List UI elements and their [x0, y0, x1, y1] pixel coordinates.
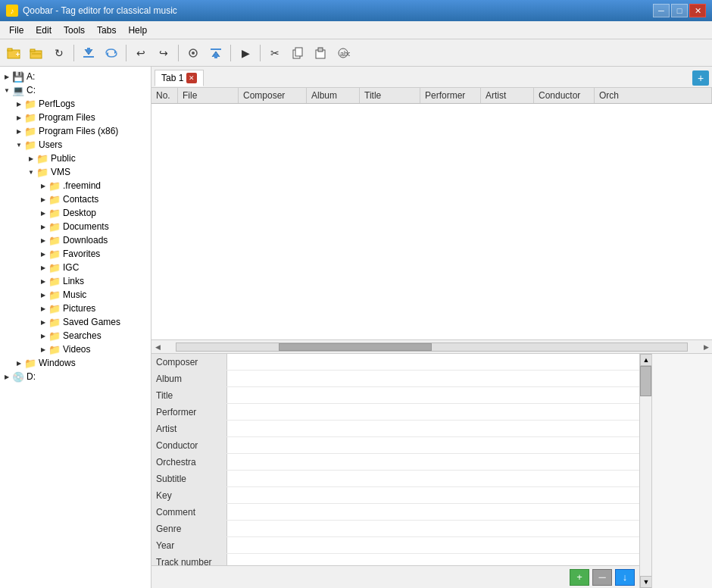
tag-add-button[interactable]: + [570, 569, 589, 586]
tree-label-users: Users [39, 139, 62, 150]
tree-item-searches[interactable]: 📁 Searches [0, 329, 151, 342]
tree-item-saved-games[interactable]: 📁 Saved Games [0, 315, 151, 329]
expand-icon-music [38, 289, 48, 300]
h-scroll-track[interactable] [176, 342, 688, 352]
close-button[interactable]: ✕ [689, 4, 706, 17]
minimize-button[interactable]: ─ [653, 4, 670, 17]
tree-item-desktop[interactable]: 📁 Desktop [0, 206, 151, 220]
tree-item-windows[interactable]: 📁 Windows [0, 356, 151, 370]
undo-button[interactable]: ↩ [130, 43, 151, 63]
tree-item-music[interactable]: 📁 Music [0, 288, 151, 302]
tree-label-igc: IGC [63, 262, 79, 273]
tag-value-orchestra[interactable] [227, 454, 639, 470]
sync-button[interactable] [101, 43, 122, 63]
menu-help[interactable]: Help [122, 23, 153, 37]
tab-1[interactable]: Tab 1 ✕ [155, 70, 204, 86]
expand-icon-saved-games [38, 317, 48, 327]
app-icon: ♪ [6, 5, 18, 17]
tree-item-public[interactable]: 📁 Public [0, 152, 151, 165]
tab-1-close[interactable]: ✕ [186, 73, 197, 83]
copy-button[interactable] [287, 43, 308, 63]
tree-item-drive-d[interactable]: 💿 D: [0, 370, 151, 383]
tag-value-title[interactable] [227, 387, 639, 403]
tree-label-favorites: Favorites [63, 249, 100, 259]
tree-item-users[interactable]: 📁 Users [0, 138, 151, 152]
tree-item-contacts[interactable]: 📁 Contacts [0, 192, 151, 206]
tag-bottom-toolbar: + ─ ↓ [151, 565, 639, 588]
tag-value-comment[interactable] [227, 504, 639, 520]
tag-scroll-thumb [640, 366, 651, 396]
paste-button[interactable] [310, 43, 331, 63]
tree-item-downloads[interactable]: 📁 Downloads [0, 233, 151, 247]
cut-button[interactable]: ✂ [264, 43, 286, 63]
tag-value-album[interactable] [227, 371, 639, 386]
maximize-button[interactable]: □ [671, 4, 688, 17]
tag-scroll-track[interactable] [640, 366, 651, 576]
tree-item-program-files-x86[interactable]: 📁 Program Files (x86) [0, 124, 151, 138]
tag-scroll-down[interactable]: ▼ [640, 576, 652, 588]
main-layout: 💾 A: 💻 C: 📁 PerfLogs 📁 Program Files 📁 P… [0, 67, 712, 588]
tree-item-favorites[interactable]: 📁 Favorites [0, 247, 151, 261]
file-table-body[interactable] [151, 104, 712, 339]
svg-rect-3 [17, 52, 18, 56]
tag-value-conductor[interactable] [227, 437, 639, 453]
tag-value-subtitle[interactable] [227, 471, 639, 486]
play-button[interactable]: ▶ [235, 43, 256, 63]
download-button[interactable] [78, 43, 99, 63]
tree-item-igc[interactable]: 📁 IGC [0, 261, 151, 274]
col-orch: Orch [595, 88, 712, 103]
refresh-button[interactable]: ↻ [48, 43, 70, 63]
tree-item-links[interactable]: 📁 Links [0, 274, 151, 288]
svg-rect-6 [87, 48, 90, 53]
tag-value-genre[interactable] [227, 521, 639, 536]
expand-icon-d [2, 371, 12, 382]
export-button[interactable]: abc [333, 43, 354, 63]
open-button[interactable] [26, 43, 47, 63]
tree-label-searches: Searches [63, 330, 101, 341]
folder-icon-freemind: 📁 [48, 180, 61, 191]
settings-button[interactable] [183, 43, 204, 63]
tag-label-artist: Artist [151, 421, 227, 436]
tree-item-program-files[interactable]: 📁 Program Files [0, 111, 151, 124]
tag-editor: Composer Album Title Performer [151, 354, 639, 588]
expand-icon-pf86 [14, 126, 24, 136]
new-folder-button[interactable] [3, 43, 24, 63]
folder-icon-public: 📁 [36, 153, 48, 164]
tree-label-pf: Program Files [39, 112, 95, 123]
tree-item-drive-a[interactable]: 💾 A: [0, 70, 151, 83]
redo-button[interactable]: ↪ [153, 43, 174, 63]
menu-tabs[interactable]: Tabs [91, 23, 122, 37]
tag-value-artist[interactable] [227, 421, 639, 436]
tree-item-freemind[interactable]: 📁 .freemind [0, 179, 151, 192]
tree-item-videos[interactable]: 📁 Videos [0, 342, 151, 356]
tree-item-pictures[interactable]: 📁 Pictures [0, 302, 151, 315]
tree-item-vms[interactable]: 📁 VMS [0, 165, 151, 179]
expand-icon-pf [14, 112, 24, 123]
tag-value-performer[interactable] [227, 404, 639, 420]
folder-icon-downloads: 📁 [48, 235, 61, 246]
tree-label-downloads: Downloads [63, 235, 108, 246]
folder-icon-users: 📁 [24, 139, 36, 150]
add-tab-button[interactable]: + [692, 70, 709, 86]
folder-icon-windows: 📁 [24, 358, 36, 368]
tree-item-perflogs[interactable]: 📁 PerfLogs [0, 97, 151, 111]
menu-tools[interactable]: Tools [58, 23, 91, 37]
tag-value-track-number[interactable] [227, 554, 639, 565]
tag-value-composer[interactable] [227, 354, 639, 370]
tag-value-key[interactable] [227, 487, 639, 503]
tag-download-button[interactable]: ↓ [615, 569, 635, 586]
h-scroll-area[interactable]: ◀ ▶ [151, 339, 712, 353]
h-scroll-thumb[interactable] [279, 343, 432, 351]
import-button[interactable] [205, 43, 226, 63]
expand-icon-favorites [38, 249, 48, 259]
menu-edit[interactable]: Edit [30, 23, 58, 37]
tree-item-documents[interactable]: 📁 Documents [0, 220, 151, 233]
col-composer: Composer [239, 88, 307, 103]
svg-rect-17 [318, 48, 323, 52]
tag-minus-button[interactable]: ─ [592, 569, 612, 586]
tree-label-videos: Videos [63, 344, 90, 355]
tag-value-year[interactable] [227, 537, 639, 553]
menu-file[interactable]: File [3, 23, 30, 37]
tree-item-drive-c[interactable]: 💻 C: [0, 83, 151, 97]
tag-scroll-up[interactable]: ▲ [640, 354, 652, 366]
